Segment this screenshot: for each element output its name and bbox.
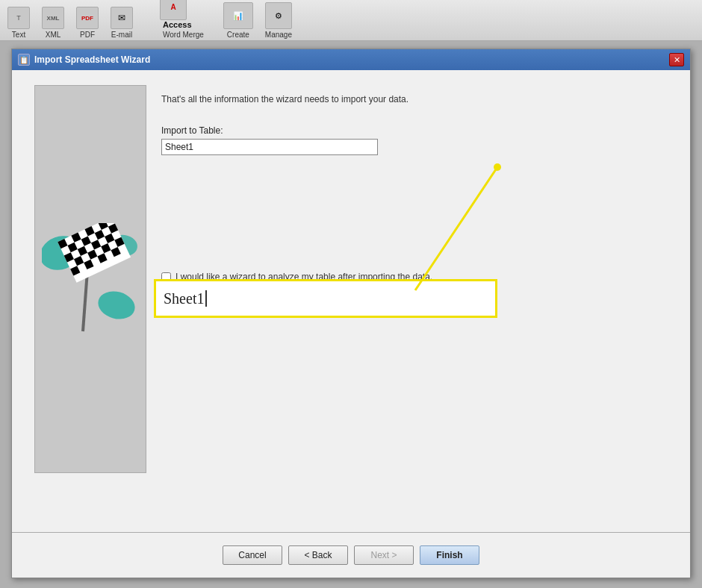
highlighted-input-box[interactable]: Sheet1 — [154, 279, 497, 318]
pdf-icon[interactable]: PDF — [76, 7, 99, 29]
import-table-input[interactable] — [161, 139, 378, 155]
ribbon-group-text: T Text — [7, 7, 30, 39]
dialog-close-button[interactable]: ✕ — [669, 53, 684, 66]
ribbon-group-manage: ⚙ Manage — [265, 2, 292, 39]
dialog-title-left: 📋 Import Spreadsheet Wizard — [18, 54, 150, 66]
create-icon[interactable]: 📊 — [223, 2, 253, 29]
wizard-description: That's all the information the wizard ne… — [161, 93, 668, 106]
highlighted-input-value: Sheet1 — [164, 290, 204, 307]
xml-label: XML — [46, 31, 61, 39]
word-merge-label: Word Merge — [163, 31, 204, 39]
dialog-button-bar: Cancel < Back Next > Finish — [12, 533, 690, 578]
import-wizard-dialog: 📋 Import Spreadsheet Wizard ✕ — [11, 49, 691, 578]
text-icon[interactable]: T — [7, 7, 30, 29]
wizard-image-panel — [34, 85, 146, 473]
manage-label: Manage — [265, 31, 292, 39]
xml-icon[interactable]: XML — [42, 7, 64, 29]
ribbon-group-pdf: PDF PDF — [76, 7, 99, 39]
import-table-section: Import to Table: — [161, 125, 668, 155]
access-icon-row: A — [160, 0, 187, 20]
dialog-titlebar: 📋 Import Spreadsheet Wizard ✕ — [12, 49, 690, 70]
access-label: Access — [163, 20, 192, 29]
back-button[interactable]: < Back — [288, 545, 348, 565]
create-label: Create — [227, 31, 249, 39]
import-table-label: Import to Table: — [161, 125, 668, 136]
ribbon-group-access: A Access Word Merge — [160, 0, 204, 39]
dialog-title-icon: 📋 — [18, 54, 30, 66]
next-button[interactable]: Next > — [354, 545, 414, 565]
dialog-content: That's all the information the wizard ne… — [12, 70, 690, 533]
ribbon-icons: T Text XML XML PDF PDF ✉ E-mail — [7, 0, 299, 39]
access-db-icon[interactable]: A — [160, 0, 187, 20]
ribbon: T Text XML XML PDF PDF ✉ E-mail — [0, 0, 702, 41]
text-cursor — [205, 290, 207, 307]
svg-point-1 — [95, 287, 138, 323]
manage-icon[interactable]: ⚙ — [265, 2, 292, 29]
cancel-button[interactable]: Cancel — [223, 545, 282, 565]
wizard-flag-image — [42, 223, 139, 335]
pdf-label: PDF — [80, 31, 95, 39]
ribbon-group-xml: XML XML — [42, 7, 64, 39]
finish-button[interactable]: Finish — [420, 545, 479, 565]
ribbon-group-email: ✉ E-mail — [111, 7, 133, 39]
ribbon-group-create: 📊 Create — [223, 2, 253, 39]
dialog-title-text: Import Spreadsheet Wizard — [34, 54, 150, 65]
text-label: Text — [12, 31, 25, 39]
import-table-input-container — [161, 139, 378, 155]
email-label: E-mail — [111, 31, 132, 39]
email-icon[interactable]: ✉ — [111, 7, 133, 29]
